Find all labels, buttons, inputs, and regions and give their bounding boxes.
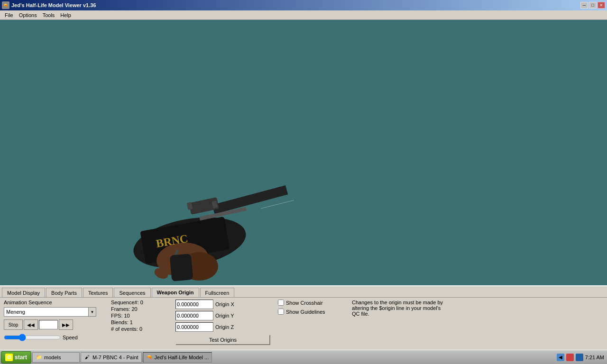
- windows-logo-icon: ⊞: [5, 354, 13, 361]
- tab-model-display[interactable]: Model Display: [2, 288, 45, 297]
- taskbar-viewer-label: Jed's Half-Life Model ...: [155, 355, 209, 360]
- events-count: # of events: 0: [111, 326, 168, 332]
- origin-y-label: Origin Y: [215, 313, 237, 318]
- weapon-svg: BRNC: [95, 153, 294, 285]
- taskbar-right: ◀ 7:21 AM: [557, 354, 606, 361]
- taskbar-item-viewer[interactable]: 🔫 Jed's Half-Life Model ...: [143, 352, 212, 363]
- menu-options[interactable]: Options: [16, 11, 40, 19]
- info-text: Changes to the origin must be made by al…: [352, 300, 443, 317]
- system-clock: 7:21 AM: [585, 355, 604, 360]
- prev-button[interactable]: ◀◀: [24, 319, 38, 330]
- next-button[interactable]: ▶▶: [59, 319, 73, 330]
- origin-y-row: Origin Y: [175, 311, 270, 320]
- crosshair-checkbox[interactable]: [278, 300, 284, 306]
- menu-help[interactable]: Help: [57, 11, 74, 19]
- tray-icon-3: [576, 354, 583, 361]
- start-label: start: [15, 354, 27, 361]
- titlebar: 🔫 Jed's Half-Life Model Viewer v1.36 ─ □…: [0, 0, 607, 10]
- tab-fullscreen[interactable]: Fullscreen: [200, 288, 235, 297]
- tab-bar: Model Display Body Parts Textures Sequen…: [0, 286, 607, 298]
- animation-current: Meneng: [4, 309, 88, 315]
- origin-z-input[interactable]: [175, 322, 213, 332]
- test-origins-button[interactable]: Test Origins: [175, 335, 270, 345]
- origin-x-row: Origin X: [175, 300, 270, 309]
- start-button[interactable]: ⊞ start: [1, 351, 31, 364]
- viewer-icon: 🔫: [146, 354, 153, 361]
- minimize-button[interactable]: ─: [580, 2, 588, 9]
- tray-icon-1: ◀: [557, 354, 564, 361]
- menu-tools[interactable]: Tools: [40, 11, 58, 19]
- window-title: Jed's Half-Life Model Viewer v1.36: [11, 2, 96, 8]
- taskbar-paint-label: M-7 PBNC 4 - Paint: [92, 355, 138, 360]
- close-button[interactable]: ✕: [598, 2, 605, 9]
- titlebar-left: 🔫 Jed's Half-Life Model Viewer v1.36: [2, 1, 96, 9]
- tab-textures[interactable]: Textures: [83, 288, 113, 297]
- animation-label: Animation Sequence: [4, 300, 103, 305]
- playback-controls: Stop ◀◀ ▶▶: [4, 319, 103, 330]
- taskbar-models-label: models: [44, 355, 61, 360]
- origin-y-input[interactable]: [175, 311, 213, 320]
- animation-dropdown[interactable]: Meneng ▼: [4, 307, 96, 317]
- paint-icon: 🖌: [84, 354, 91, 361]
- crosshair-row: Show Crosshair: [278, 300, 344, 306]
- guidelines-checkbox[interactable]: [278, 309, 284, 315]
- guidelines-row: Show Guidelines: [278, 309, 344, 315]
- origin-z-row: Origin Z: [175, 322, 270, 332]
- crosshair-label[interactable]: Show Crosshair: [286, 300, 323, 306]
- origin-z-label: Origin Z: [215, 324, 237, 330]
- tab-body-parts[interactable]: Body Parts: [46, 288, 82, 297]
- menubar: File Options Tools Help: [0, 10, 607, 20]
- speed-label: Speed: [63, 335, 78, 340]
- app-icon: 🔫: [2, 1, 9, 9]
- frames-count: Frames: 20: [111, 306, 168, 312]
- titlebar-buttons: ─ □ ✕: [580, 2, 605, 9]
- speed-section: Speed: [4, 334, 103, 341]
- sequence-num: Sequence#: 0: [111, 300, 168, 305]
- frame-input[interactable]: [39, 320, 58, 329]
- origin-x-input[interactable]: [175, 300, 213, 309]
- viewport[interactable]: BRNC: [0, 20, 607, 285]
- speed-slider[interactable]: [4, 334, 61, 341]
- guidelines-label[interactable]: Show Guidelines: [286, 309, 325, 315]
- weapon-display: BRNC: [95, 153, 294, 285]
- tray-icon-2: [566, 354, 574, 361]
- taskbar-item-paint[interactable]: 🖌 M-7 PBNC 4 - Paint: [81, 352, 142, 363]
- taskbar: ⊞ start 📁 models 🖌 M-7 PBNC 4 - Paint 🔫 …: [0, 350, 607, 364]
- svg-rect-1: [212, 185, 288, 214]
- maximize-button[interactable]: □: [589, 2, 597, 9]
- dropdown-arrow-icon[interactable]: ▼: [88, 308, 96, 316]
- folder-icon: 📁: [36, 354, 42, 361]
- taskbar-item-models[interactable]: 📁 models: [32, 352, 80, 363]
- svg-rect-13: [170, 254, 193, 282]
- menu-file[interactable]: File: [2, 11, 16, 19]
- origin-x-label: Origin X: [215, 301, 237, 307]
- stop-button[interactable]: Stop: [4, 319, 23, 330]
- blends-value: Blends: 1: [111, 319, 168, 325]
- tab-sequences[interactable]: Sequences: [114, 288, 150, 297]
- fps-value: FPS: 10: [111, 313, 168, 318]
- tab-weapon-origin[interactable]: Weapon Origin: [152, 288, 199, 297]
